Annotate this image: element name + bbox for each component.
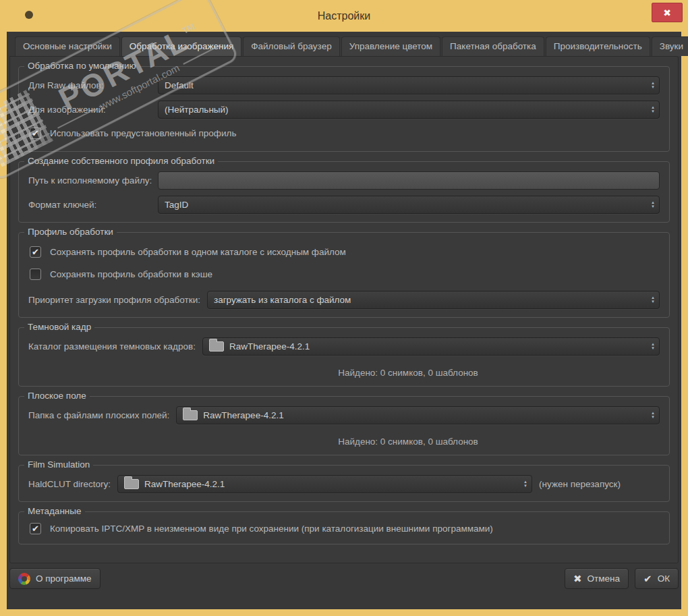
spinner-icon: ▲▼ — [647, 412, 655, 419]
raw-profile-select[interactable]: Default ▲▼ — [158, 76, 660, 94]
folder-icon — [124, 479, 139, 489]
window-title: Настройки — [318, 10, 370, 22]
section-metadata: Метаданные ✔ Копировать IPTC/XMP в неизм… — [18, 511, 670, 544]
save-profile-cache-checkbox[interactable]: ✔ — [30, 269, 41, 280]
image-profile-label: Для изображений: — [28, 105, 151, 115]
section-default-processing: Обработка по умолчанию Для Raw файлов: D… — [18, 66, 670, 152]
dialog-content: Основные настройки Обработка изображения… — [7, 32, 681, 609]
tab-batch-processing[interactable]: Пакетная обработка — [442, 36, 544, 56]
keys-format-label: Формат ключей: — [28, 200, 151, 210]
section-title: Темновой кадр — [24, 322, 94, 332]
haldclut-dir-select[interactable]: RawTherapee-4.2.1 ▲▼ — [117, 475, 532, 493]
copy-iptc-label: Копировать IPTC/XMP в неизменном виде пр… — [50, 524, 493, 534]
tab-general-settings[interactable]: Основные настройки — [15, 36, 120, 56]
spinner-icon: ▲▼ — [519, 480, 527, 488]
tab-color-management[interactable]: Управление цветом — [341, 36, 440, 56]
rawtherapee-logo-icon — [18, 573, 30, 585]
flat-field-dir-label: Папка с файлами плоских полей: — [28, 410, 169, 420]
footer-bar: О программе ✖ Отмена ✔ ОК — [7, 563, 681, 589]
profile-priority-label: Приоритет загрузки профиля обработки: — [28, 295, 200, 305]
section-title: Метаданные — [24, 506, 85, 516]
section-flat-field: Плоское поле Папка с файлами плоских пол… — [18, 396, 670, 455]
executable-path-input[interactable] — [158, 171, 660, 190]
keys-format-select[interactable]: TagID ▲▼ — [158, 196, 660, 214]
profile-priority-select[interactable]: загружать из каталога с файлом ▲▼ — [207, 291, 660, 309]
save-profile-with-file-checkbox[interactable]: ✔ — [30, 246, 41, 258]
spinner-icon: ▲▼ — [647, 296, 655, 304]
tab-file-browser[interactable]: Файловый браузер — [243, 36, 339, 56]
section-dark-frame: Темновой кадр Каталог размещения темновы… — [18, 327, 670, 387]
tab-image-processing[interactable]: Обработка изображения — [121, 36, 242, 56]
section-title: Плоское поле — [24, 391, 90, 401]
section-title: Создание собственного профиля обработки — [24, 156, 218, 166]
use-bundled-label: Использовать предустановленный профиль — [50, 128, 236, 138]
ok-button[interactable]: ✔ ОК — [635, 568, 679, 589]
spinner-icon: ▲▼ — [647, 201, 655, 208]
section-processing-profile: Профиль обработки ✔ Сохранять профиль об… — [18, 232, 670, 318]
settings-window: Настройки ✖ Основные настройки Обработка… — [0, 0, 688, 616]
copy-iptc-checkbox[interactable]: ✔ — [30, 523, 41, 534]
raw-profile-label: Для Raw файлов: — [28, 80, 151, 90]
section-custom-profile: Создание собственного профиля обработки … — [18, 161, 670, 223]
spinner-icon: ▲▼ — [647, 82, 655, 89]
section-title: Профиль обработки — [24, 227, 117, 237]
tab-bar: Основные настройки Обработка изображения… — [7, 32, 681, 56]
executable-path-label: Путь к исполняемому файлу: — [28, 175, 151, 186]
section-title: Film Simulation — [24, 459, 93, 470]
cross-icon: ✖ — [573, 573, 582, 585]
tab-sounds[interactable]: Звуки — [652, 36, 688, 56]
restart-note: (нужен перезапуск) — [539, 479, 621, 489]
save-profile-cache-label: Сохранять профиль обработки в кэше — [50, 269, 212, 279]
flat-field-found-status: Найдено: 0 снимков, 0 шаблонов — [28, 430, 660, 449]
cancel-button[interactable]: ✖ Отмена — [565, 568, 629, 589]
tab-panel: Обработка по умолчанию Для Raw файлов: D… — [9, 56, 679, 563]
dark-frame-dir-select[interactable]: RawTherapee-4.2.1 ▲▼ — [202, 337, 660, 356]
dark-frame-dir-label: Каталог размещения темновых кадров: — [28, 341, 196, 352]
titlebar: Настройки ✖ — [7, 0, 681, 32]
folder-icon — [209, 341, 224, 352]
spinner-icon: ▲▼ — [647, 106, 655, 113]
haldclut-dir-label: HaldCLUT directory: — [28, 479, 111, 489]
spinner-icon: ▲▼ — [647, 343, 655, 350]
use-bundled-checkbox[interactable]: ✔ — [30, 128, 41, 139]
tab-performance[interactable]: Производительность — [546, 36, 650, 56]
flat-field-dir-select[interactable]: RawTherapee-4.2.1 ▲▼ — [176, 406, 660, 424]
section-title: Обработка по умолчанию — [24, 61, 140, 71]
save-profile-with-file-label: Сохранять профиль обработки в одном ката… — [50, 247, 346, 257]
image-profile-select[interactable]: (Нейтральный) ▲▼ — [158, 101, 660, 119]
folder-icon — [183, 410, 198, 420]
section-film-simulation: Film Simulation HaldCLUT directory: RawT… — [18, 465, 670, 502]
check-icon: ✔ — [643, 573, 652, 585]
dark-frame-found-status: Найдено: 0 снимков, 0 шаблонов — [28, 362, 660, 381]
close-icon[interactable]: ✖ — [652, 3, 683, 22]
about-button[interactable]: О программе — [9, 568, 101, 589]
